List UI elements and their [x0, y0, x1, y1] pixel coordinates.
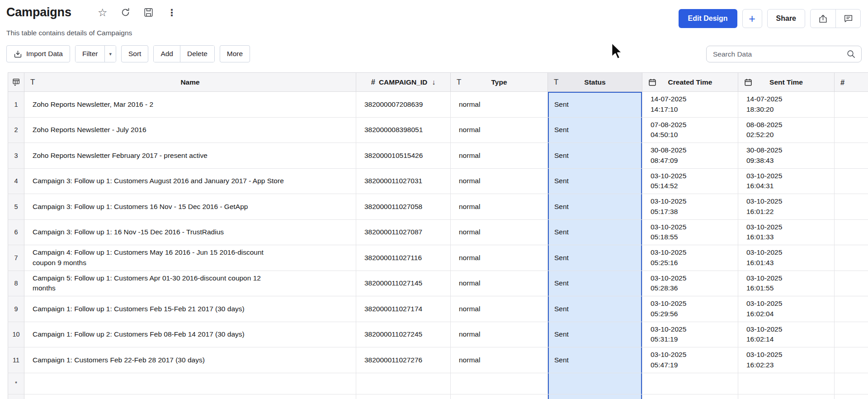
cell-extra[interactable]	[835, 92, 868, 118]
cell-campaign-id[interactable]: 382000011027276	[356, 347, 451, 373]
cell-type[interactable]: normal	[451, 143, 548, 169]
cell-created-time[interactable]: 03-10-2025 05:47:19	[642, 347, 738, 373]
cell-type[interactable]: normal	[451, 118, 548, 143]
export-button[interactable]	[811, 10, 835, 28]
cell-created-time[interactable]: 07-08-2025 04:50:10	[642, 118, 738, 143]
cell-sent-time[interactable]	[738, 394, 835, 399]
cell-extra[interactable]	[835, 394, 868, 399]
cell-campaign-id[interactable]: 382000011027245	[356, 322, 451, 348]
header-cell-id[interactable]: #CAMPAIGN_ID↓	[356, 72, 451, 92]
cell-sent-time[interactable]: 03-10-2025 16:01:22	[738, 194, 835, 220]
row-number[interactable]: 7	[8, 245, 24, 271]
cell-type[interactable]: normal	[451, 194, 548, 220]
cell-status-selected[interactable]: Sent	[548, 143, 642, 169]
cell-status-selected[interactable]	[548, 373, 642, 394]
cell-name[interactable]: Campaign 3: Follow up 1: Customers Augus…	[24, 169, 356, 195]
favorite-star-icon[interactable]: ☆	[97, 7, 108, 19]
cell-name[interactable]: Zoho Reports Newsletter, Mar 2016 - 2	[24, 92, 356, 118]
cell-extra[interactable]	[835, 118, 868, 143]
cell-name[interactable]	[24, 373, 356, 394]
cell-name[interactable]: Campaign 1: Customers Feb 22-Feb 28 2017…	[24, 347, 356, 373]
header-cell-gutter[interactable]	[8, 72, 24, 92]
cell-name[interactable]: Zoho Reports Newsletter February 2017 - …	[24, 143, 356, 169]
share-button[interactable]: Share	[767, 9, 805, 28]
row-number[interactable]: 6	[8, 220, 24, 246]
row-number[interactable]	[8, 394, 24, 399]
cell-status-selected[interactable]: Sent	[548, 271, 642, 297]
cell-sent-time[interactable]: 03-10-2025 16:01:33	[738, 220, 835, 246]
cell-sent-time[interactable]: 03-10-2025 16:01:55	[738, 271, 835, 297]
more-options-kebab-icon[interactable]: ⋮	[166, 7, 178, 19]
header-cell-sent[interactable]: Sent Time	[738, 72, 835, 92]
add-row-button[interactable]: Add	[154, 46, 180, 62]
cell-sent-time[interactable]: 03-10-2025 16:02:04	[738, 296, 835, 322]
cell-name[interactable]: Campaign 4: Follow up 1: Customers May 1…	[24, 245, 356, 271]
edit-design-button[interactable]: Edit Design	[679, 9, 737, 28]
import-data-button[interactable]: Import Data	[6, 45, 70, 62]
cell-type[interactable]: normal	[451, 322, 548, 348]
add-new-button[interactable]: +	[742, 9, 762, 28]
cell-name[interactable]: Campaign 3: Follow up 1: 16 Nov -15 Dec …	[24, 220, 356, 246]
row-number[interactable]: 4	[8, 169, 24, 195]
cell-sent-time[interactable]: 03-10-2025 16:02:23	[738, 347, 835, 373]
cell-type[interactable]	[451, 394, 548, 399]
comment-button[interactable]	[835, 10, 860, 28]
delete-row-button[interactable]: Delete	[180, 46, 214, 62]
cell-campaign-id[interactable]: 382000008398051	[356, 118, 451, 143]
cell-name[interactable]: Campaign 1: Follow up 2: Customers Feb 0…	[24, 322, 356, 348]
cell-campaign-id[interactable]	[356, 373, 451, 394]
cell-status-selected[interactable]: Sent	[548, 322, 642, 348]
cell-created-time[interactable]: 03-10-2025 05:31:19	[642, 322, 738, 348]
cell-extra[interactable]	[835, 322, 868, 348]
cell-status-selected[interactable]: Sent	[548, 245, 642, 271]
cell-type[interactable]: normal	[451, 245, 548, 271]
row-number[interactable]: 1	[8, 92, 24, 118]
cell-created-time[interactable]: 14-07-2025 14:17:10	[642, 92, 738, 118]
cell-created-time[interactable]	[642, 373, 738, 394]
row-number[interactable]: 2	[8, 118, 24, 143]
cell-campaign-id[interactable]	[356, 394, 451, 399]
cell-extra[interactable]	[835, 296, 868, 322]
cell-sent-time[interactable]: 30-08-2025 09:38:43	[738, 143, 835, 169]
header-cell-name[interactable]: TName	[24, 72, 356, 92]
cell-type[interactable]	[451, 373, 548, 394]
header-cell-created[interactable]: Created Time	[642, 72, 738, 92]
cell-campaign-id[interactable]: 382000011027145	[356, 271, 451, 297]
refresh-icon[interactable]	[120, 7, 132, 19]
cell-campaign-id[interactable]: 382000007208639	[356, 92, 451, 118]
cell-sent-time[interactable]: 03-10-2025 16:04:31	[738, 169, 835, 195]
row-number[interactable]: 9	[8, 296, 24, 322]
filter-dropdown-button[interactable]: ▾	[104, 46, 116, 62]
cell-created-time[interactable]: 03-10-2025 05:17:38	[642, 194, 738, 220]
cell-sent-time[interactable]: 03-10-2025 16:02:14	[738, 322, 835, 348]
cell-sent-time[interactable]: 03-10-2025 16:01:43	[738, 245, 835, 271]
cell-extra[interactable]	[835, 143, 868, 169]
row-number[interactable]: *	[8, 373, 24, 394]
cell-created-time[interactable]: 30-08-2025 08:47:09	[642, 143, 738, 169]
cell-created-time[interactable]: 03-10-2025 05:28:36	[642, 271, 738, 297]
cell-name[interactable]: Campaign 5: Follow up 1: Customers Apr 0…	[24, 271, 356, 297]
search-input[interactable]	[713, 50, 846, 58]
cell-name[interactable]: Zoho Reports Newsletter - July 2016	[24, 118, 356, 143]
cell-campaign-id[interactable]: 382000011027058	[356, 194, 451, 220]
cell-created-time[interactable]	[642, 394, 738, 399]
cell-type[interactable]: normal	[451, 296, 548, 322]
cell-campaign-id[interactable]: 382000011027087	[356, 220, 451, 246]
row-number[interactable]: 8	[8, 271, 24, 297]
cell-created-time[interactable]: 03-10-2025 05:14:52	[642, 169, 738, 195]
more-button[interactable]: More	[220, 45, 250, 62]
cell-sent-time[interactable]	[738, 373, 835, 394]
cell-type[interactable]: normal	[451, 92, 548, 118]
cell-name[interactable]: Campaign 3: Follow up 1: Customers 16 No…	[24, 194, 356, 220]
cell-created-time[interactable]: 03-10-2025 05:29:56	[642, 296, 738, 322]
header-cell-type[interactable]: TType	[451, 72, 548, 92]
cell-status-selected[interactable]: Sent	[548, 118, 642, 143]
cell-status-selected[interactable]	[548, 394, 642, 399]
cell-campaign-id[interactable]: 382000011027116	[356, 245, 451, 271]
cell-name[interactable]	[24, 394, 356, 399]
cell-extra[interactable]	[835, 373, 868, 394]
row-number[interactable]: 11	[8, 347, 24, 373]
cell-type[interactable]: normal	[451, 347, 548, 373]
cell-sent-time[interactable]: 14-07-2025 18:30:20	[738, 92, 835, 118]
cell-type[interactable]: normal	[451, 169, 548, 195]
